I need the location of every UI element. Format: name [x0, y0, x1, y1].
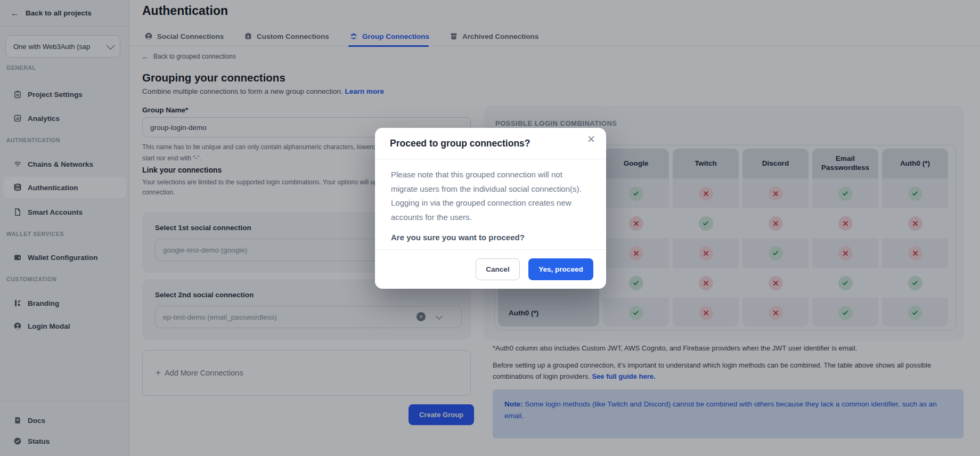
modal-header: Proceed to group connections? — [375, 128, 606, 159]
proceed-modal: Proceed to group connections? ✕ Please n… — [375, 128, 606, 289]
modal-title: Proceed to group connections? — [390, 138, 530, 149]
cancel-button[interactable]: Cancel — [476, 258, 520, 280]
close-icon[interactable]: ✕ — [587, 134, 595, 144]
modal-footer: Cancel Yes, proceed — [375, 249, 606, 289]
modal-body: Please note that this grouped connection… — [375, 159, 606, 249]
app-root: ← Back to all projects One with Web3Auth… — [0, 0, 980, 456]
yes-proceed-button[interactable]: Yes, proceed — [528, 258, 593, 280]
modal-body-text: Please note that this grouped connection… — [391, 168, 590, 225]
modal-question: Are you sure you want to proceed? — [391, 233, 590, 242]
